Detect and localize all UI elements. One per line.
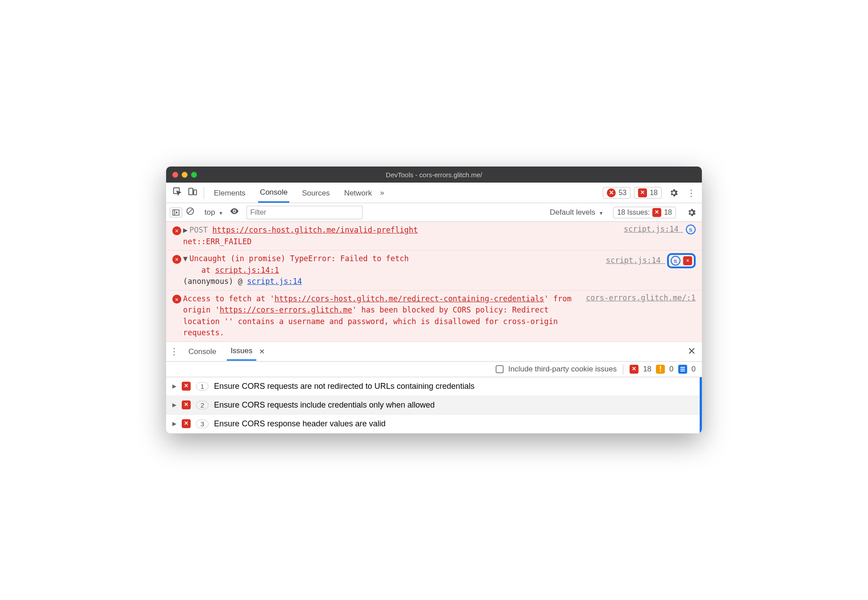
inspect-icon[interactable] [172,187,182,199]
main-toolbar: Elements Console Sources Network » 53 18… [166,183,702,203]
minimize-window-button[interactable] [182,172,188,178]
error-icon [607,188,616,197]
source-link[interactable]: script.js:14 [624,225,679,233]
clear-console-icon[interactable] [186,207,195,218]
highlighted-icons [667,253,696,268]
stack-link[interactable]: script.js:14:1 [215,266,279,275]
error-count-pill[interactable]: 53 [603,187,630,199]
checkbox-label: Include third-party cookie issues [508,365,617,374]
stack-indent: at [183,266,215,275]
issue-count-badge: 2 [196,401,209,409]
tab-elements[interactable]: Elements [212,183,247,202]
live-expression-icon[interactable] [230,206,239,218]
filter-input[interactable] [246,206,363,219]
context-label: top [204,208,215,217]
console-error-row[interactable]: ▼Uncaught (in promise) TypeError: Failed… [166,250,702,291]
drawer-tabs: ⋮ Console Issues ✕ ✕ [166,342,702,362]
error-code: net::ERR_FAILED [183,237,252,246]
kebab-menu-button[interactable]: ⋮ [687,188,696,198]
error-message: Uncaught (in promise) TypeError: Failed … [189,254,409,263]
devtools-window: DevTools - cors-errors.glitch.me/ Elemen… [166,167,702,433]
issue-icon [652,208,661,217]
source-link[interactable]: cors-errors.glitch.me/:1 [586,293,696,302]
window-title: DevTools - cors-errors.glitch.me/ [166,171,702,179]
expand-arrow-icon[interactable]: ▶ [172,421,176,427]
issue-count-badge: 3 [196,420,209,428]
issues-label: 18 Issues: [617,208,650,217]
svg-rect-1 [189,188,193,195]
warning-icon [656,365,665,374]
issues-summary-pill[interactable]: 18 Issues: 18 [613,207,676,218]
issues-list: ▶ 1 Ensure CORS requests are not redirec… [166,377,702,433]
stack-frame: (anonymous) @ [183,277,247,286]
info-icon [678,365,687,374]
settings-icon[interactable] [669,188,679,198]
network-icon[interactable] [686,225,696,234]
source-link[interactable]: script.js:14 [606,256,661,265]
console-settings-icon[interactable] [687,208,697,217]
console-messages: ▶POST https://cors-host.glitch.me/invali… [166,222,702,342]
tab-sources[interactable]: Sources [300,183,331,202]
drawer-tab-issues[interactable]: Issues [227,342,256,361]
window-controls [172,172,197,178]
console-error-row[interactable]: ▶POST https://cors-host.glitch.me/invali… [166,222,702,250]
issue-row[interactable]: ▶ 3 Ensure CORS response header values a… [166,415,702,433]
http-method: POST [189,225,208,234]
issue-title: Ensure CORS requests include credentials… [214,400,434,410]
sidebar-toggle-icon[interactable] [170,208,182,217]
error-text: Access to fetch at ' [183,294,275,303]
issue-row[interactable]: ▶ 2 Ensure CORS requests include credent… [166,396,702,415]
console-error-row[interactable]: Access to fetch at 'https://cors-host.gl… [166,291,702,342]
error-icon [172,295,181,304]
console-subbar: top Default levels 18 Issues: 18 [166,203,702,222]
issue-icon [630,365,638,374]
zoom-window-button[interactable] [191,172,197,178]
warning-count: 0 [669,365,673,374]
error-icon [172,226,181,235]
issue-title: Ensure CORS requests are not redirected … [214,382,474,391]
issue-icon [182,419,191,428]
issue-count-pill[interactable]: 18 [634,187,662,199]
network-icon[interactable] [671,256,680,266]
origin-url[interactable]: https://cors-errors.glitch.me [220,305,352,314]
collapse-arrow-icon[interactable]: ▼ [183,254,188,263]
device-toggle-icon[interactable] [188,187,197,199]
svg-line-6 [188,209,192,213]
more-tabs-button[interactable]: » [380,188,384,197]
issue-icon [182,382,191,391]
blocked-url[interactable]: https://cors-host.glitch.me/redirect-con… [275,294,544,303]
issue-title: Ensure CORS response header values are v… [214,419,385,429]
expand-arrow-icon[interactable]: ▶ [172,383,176,389]
issues-subcount: 18 [664,208,672,217]
drawer-menu-button[interactable]: ⋮ [170,346,179,357]
tab-network[interactable]: Network [342,183,374,202]
levels-label: Default levels [550,208,595,217]
expand-arrow-icon[interactable]: ▶ [183,225,188,234]
request-url[interactable]: https://cors-host.glitch.me/invalid-pref… [212,225,418,234]
issue-count: 18 [650,189,658,197]
context-selector[interactable]: top [202,206,226,219]
log-levels-selector[interactable]: Default levels [547,206,606,219]
issue-row[interactable]: ▶ 1 Ensure CORS requests are not redirec… [166,377,702,396]
expand-arrow-icon[interactable]: ▶ [172,402,176,408]
issues-filter-bar: Include third-party cookie issues 18 0 0 [166,362,702,377]
tab-console[interactable]: Console [258,183,289,203]
titlebar: DevTools - cors-errors.glitch.me/ [166,167,702,183]
issue-icon[interactable] [683,256,692,265]
svg-rect-2 [194,190,196,195]
panel-tabs: Elements Console Sources Network [212,183,374,203]
close-drawer-icon[interactable]: ✕ [688,346,696,357]
error-count: 18 [643,365,651,374]
close-tab-icon[interactable]: ✕ [259,347,265,356]
issue-icon [638,188,647,197]
close-window-button[interactable] [172,172,178,178]
info-count: 0 [692,365,696,374]
error-icon [172,255,181,264]
issue-count-badge: 1 [196,382,209,391]
issue-icon [182,400,191,409]
stack-link[interactable]: script.js:14 [247,277,302,286]
drawer-tab-console[interactable]: Console [185,343,220,360]
third-party-checkbox[interactable] [496,365,504,373]
error-count: 53 [618,189,626,197]
